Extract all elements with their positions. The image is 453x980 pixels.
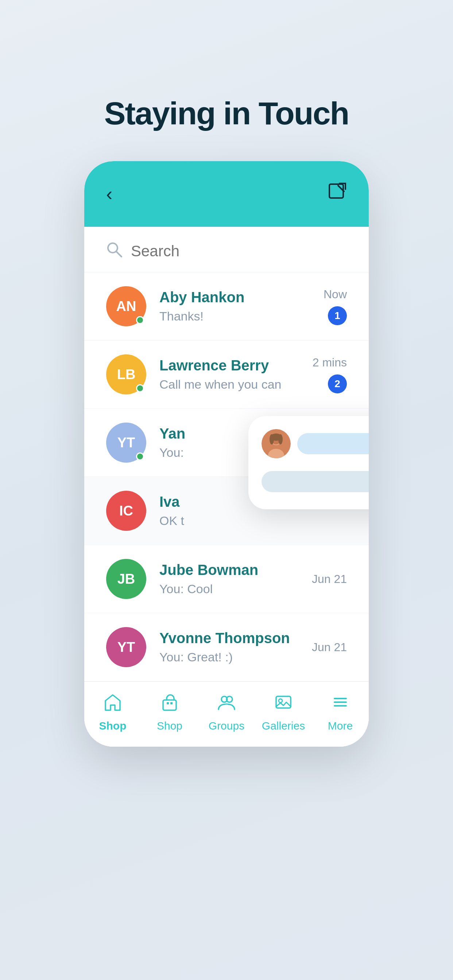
- contact-name: Lawrence Berry: [160, 357, 300, 374]
- online-indicator: [136, 384, 144, 392]
- message-preview: You: Cool: [160, 582, 299, 596]
- conversation-info: Aby Hankon Thanks!: [160, 289, 310, 323]
- message-bubble: [297, 433, 369, 454]
- back-button[interactable]: ‹: [106, 183, 112, 205]
- avatar: JB: [106, 559, 146, 599]
- svg-line-2: [116, 251, 121, 257]
- online-indicator: [136, 452, 144, 460]
- message-preview: You: Great! :): [160, 650, 299, 664]
- avatar: LB: [106, 355, 146, 395]
- message-preview: Thanks!: [160, 309, 310, 323]
- conversation-meta: Jun 21: [312, 641, 347, 654]
- svg-point-23: [279, 699, 282, 703]
- timestamp: Jun 21: [312, 641, 347, 654]
- phone-body: AN Aby Hankon Thanks! Now 1 LB: [84, 227, 369, 747]
- timestamp: 2 mins: [313, 356, 347, 369]
- contact-name: Aby Hankon: [160, 289, 310, 305]
- compose-icon[interactable]: [328, 183, 347, 205]
- timestamp: Now: [324, 288, 347, 301]
- chat-bubble-incoming: [262, 429, 369, 458]
- svg-point-8: [270, 434, 274, 444]
- svg-rect-0: [329, 184, 343, 198]
- svg-rect-22: [276, 696, 291, 708]
- nav-item-galleries[interactable]: Galleries: [255, 693, 312, 732]
- galleries-icon: [274, 693, 293, 716]
- nav-item-more[interactable]: More: [312, 693, 369, 732]
- nav-label: Shop: [157, 720, 182, 732]
- avatar: IC: [106, 491, 146, 531]
- nav-item-home[interactable]: Shop: [84, 693, 141, 732]
- avatar: YT: [106, 423, 146, 463]
- table-row[interactable]: LB Lawrence Berry Call me when you can 2…: [84, 340, 369, 409]
- sender-avatar: [262, 429, 291, 458]
- timestamp: Jun 21: [312, 573, 347, 586]
- conversation-info: Jube Bowman You: Cool: [160, 562, 299, 596]
- avatar: AN: [106, 286, 146, 326]
- nav-item-shop[interactable]: Shop: [141, 693, 198, 732]
- contact-name: Jube Bowman: [160, 562, 299, 578]
- table-row[interactable]: JB Jube Bowman You: Cool Jun 21: [84, 545, 369, 613]
- message-preview: OK t: [160, 514, 347, 528]
- groups-icon: [217, 693, 236, 716]
- phone-container: ‹ AN: [84, 161, 369, 747]
- home-icon: [103, 693, 122, 716]
- phone-header: ‹: [84, 161, 369, 227]
- conversation-meta: Jun 21: [312, 573, 347, 586]
- svg-rect-17: [163, 700, 176, 710]
- bottom-nav: Shop Shop: [84, 681, 369, 747]
- chat-bubble-outgoing: [262, 467, 369, 496]
- chat-preview-overlay: [248, 416, 369, 509]
- contact-name: Yvonne Thompson: [160, 630, 299, 646]
- unread-badge: 2: [328, 374, 347, 393]
- table-row[interactable]: AN Aby Hankon Thanks! Now 1: [84, 272, 369, 340]
- table-row[interactable]: YT Yvonne Thompson You: Great! :) Jun 21: [84, 613, 369, 681]
- nav-label: More: [328, 720, 353, 732]
- svg-rect-19: [170, 702, 172, 705]
- page-title: Staying in Touch: [104, 95, 349, 132]
- shop-icon: [160, 693, 179, 716]
- conversation-meta: 2 mins 2: [313, 356, 347, 393]
- search-input[interactable]: [131, 242, 347, 260]
- conversation-list: AN Aby Hankon Thanks! Now 1 LB: [84, 272, 369, 681]
- svg-rect-18: [167, 702, 169, 705]
- search-bar: [84, 227, 369, 272]
- message-preview: Call me when you can: [160, 377, 300, 391]
- more-icon: [331, 693, 350, 716]
- conversation-info: Lawrence Berry Call me when you can: [160, 357, 300, 391]
- nav-label: Galleries: [262, 720, 305, 732]
- overlay-wrapper: YT Yan You:: [84, 409, 369, 545]
- nav-item-groups[interactable]: Groups: [198, 693, 255, 732]
- svg-point-9: [278, 434, 283, 444]
- search-icon: [106, 241, 122, 261]
- conversation-info: Yvonne Thompson You: Great! :): [160, 630, 299, 664]
- online-indicator: [136, 316, 144, 324]
- unread-badge: 1: [328, 306, 347, 325]
- conversation-meta: Now 1: [324, 288, 347, 325]
- nav-label: Groups: [209, 720, 244, 732]
- message-bubble: [262, 471, 369, 492]
- avatar: YT: [106, 627, 146, 667]
- nav-label: Shop: [99, 720, 126, 732]
